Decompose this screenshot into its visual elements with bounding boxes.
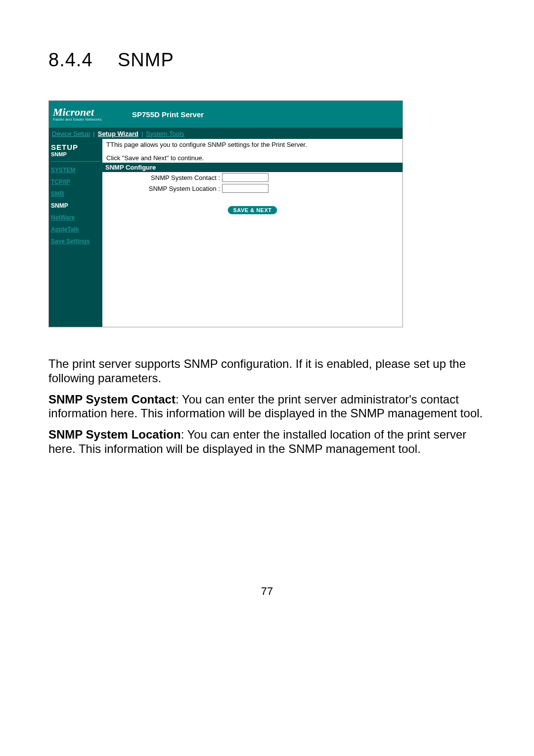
sidebar-item-appletalk[interactable]: AppleTalk	[51, 226, 100, 233]
config-section-title: SNMP Configure	[102, 163, 402, 172]
page-number: 77	[48, 585, 486, 598]
input-system-location[interactable]	[222, 184, 268, 193]
sidebar-item-tcpip[interactable]: TCP/IP	[51, 178, 100, 185]
row-system-location: SNMP System Location :	[102, 183, 402, 194]
intro-line-1: TThis page allows you to configure SNMP …	[102, 139, 402, 149]
paragraph-contact: SNMP System Contact: You can enter the p…	[48, 393, 486, 421]
paragraph-location: SNMP System Location: You can enter the …	[48, 428, 486, 456]
sidebar-subtitle: SNMP	[51, 151, 100, 157]
body-text: The print server supports SNMP configura…	[48, 357, 486, 456]
top-nav: Device Setup | Setup Wizard | System Too…	[49, 128, 402, 139]
label-system-location: SNMP System Location :	[106, 185, 222, 192]
sidebar-item-snmp[interactable]: SNMP	[51, 202, 100, 209]
term-snmp-contact: SNMP System Contact	[48, 393, 176, 406]
sidebar: SETUP SNMP SYSTEM TCP/IP SMB SNMP NetWar…	[49, 139, 102, 327]
section-number: 8.4.4	[48, 49, 118, 71]
sidebar-item-netware[interactable]: NetWare	[51, 214, 100, 221]
nav-separator: |	[141, 130, 143, 137]
input-system-contact[interactable]	[222, 173, 268, 182]
page-title: SP755D Print Server	[132, 110, 204, 119]
button-row: SAVE & NEXT	[102, 194, 402, 215]
nav-device-setup[interactable]: Device Setup	[52, 130, 90, 137]
sidebar-divider	[51, 161, 100, 162]
save-next-button[interactable]: SAVE & NEXT	[227, 206, 277, 215]
nav-setup-wizard[interactable]: Setup Wizard	[98, 130, 138, 137]
sidebar-item-smb[interactable]: SMB	[51, 190, 100, 197]
sidebar-title: SETUP	[51, 143, 100, 151]
admin-screenshot: Micronet Faster and Easier Networks SP75…	[48, 100, 403, 327]
intro-line-2: Click "Save and Next" to continue.	[102, 149, 402, 163]
paragraph-intro: The print server supports SNMP configura…	[48, 357, 486, 386]
content-area: TThis page allows you to configure SNMP …	[102, 139, 402, 327]
section-heading: 8.4.4SNMP	[48, 49, 486, 71]
nav-separator: |	[93, 130, 94, 137]
brand-logo: Micronet Faster and Easier Networks	[49, 107, 117, 122]
row-system-contact: SNMP System Contact :	[102, 172, 402, 183]
app-header: Micronet Faster and Easier Networks SP75…	[49, 101, 402, 128]
sidebar-item-save[interactable]: Save Settings	[51, 238, 100, 245]
brand-tagline: Faster and Easier Networks	[53, 118, 117, 122]
sidebar-item-system[interactable]: SYSTEM	[51, 167, 100, 174]
section-title: SNMP	[118, 49, 174, 70]
label-system-contact: SNMP System Contact :	[106, 174, 222, 181]
term-snmp-location: SNMP System Location	[48, 428, 181, 441]
brand-name: Micronet	[53, 107, 117, 118]
nav-system-tools[interactable]: System Tools	[146, 130, 184, 137]
